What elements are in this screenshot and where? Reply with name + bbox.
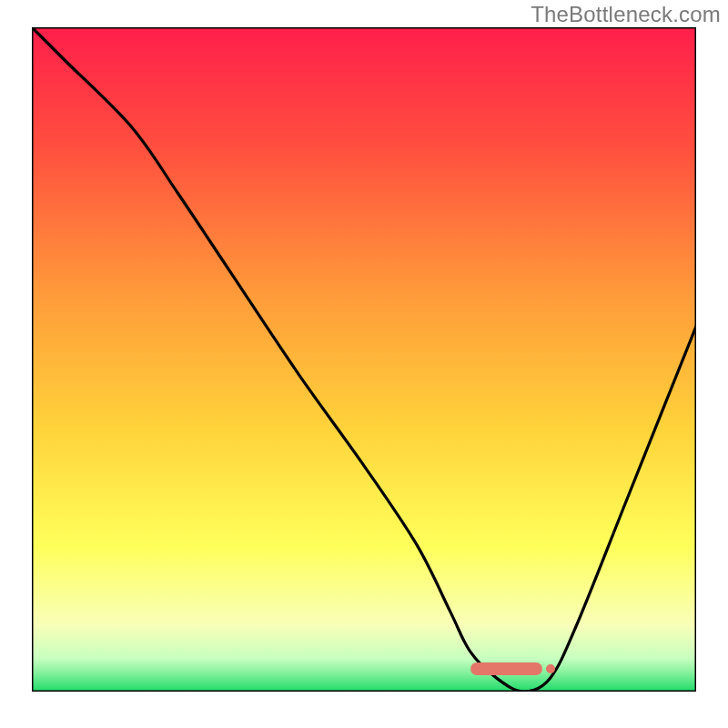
bottleneck-chart <box>32 27 696 692</box>
watermark-text: TheBottleneck.com <box>531 2 721 27</box>
optimum-range-marker <box>470 662 543 675</box>
chart-svg <box>32 27 696 692</box>
